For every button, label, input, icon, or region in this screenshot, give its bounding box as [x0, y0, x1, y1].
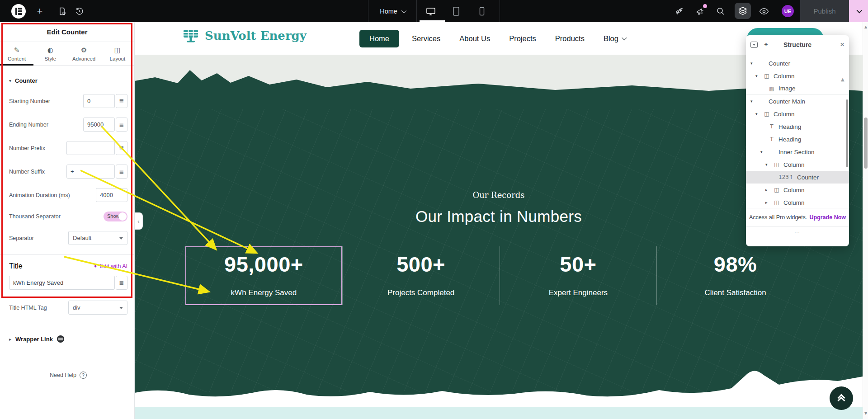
- panel-tab[interactable]: ◫ Layout: [101, 42, 134, 65]
- page-scrollbar[interactable]: ▲ ▼: [863, 22, 868, 419]
- site-logo[interactable]: SunVolt Energy: [182, 28, 307, 43]
- collapse-all-icon[interactable]: [750, 42, 758, 48]
- scrollbar-up-arrow[interactable]: ▲: [863, 25, 868, 29]
- publish-button[interactable]: Publish: [800, 0, 849, 22]
- nav-item[interactable]: Home: [359, 30, 399, 47]
- scrollbar-down-arrow[interactable]: ▼: [863, 411, 868, 415]
- scroll-to-top-button[interactable]: [830, 386, 853, 410]
- tab-icon: ◫: [114, 46, 121, 54]
- tree-item[interactable]: ▾ Counter Main: [746, 95, 849, 108]
- page-settings-icon[interactable]: [56, 0, 69, 22]
- dynamic-tags-button[interactable]: ≣: [116, 118, 127, 132]
- section-wrapper-link[interactable]: ▸ Wrapper Link: [9, 335, 127, 343]
- separator-select[interactable]: Default: [68, 231, 127, 245]
- tree-item-label: Counter: [797, 174, 819, 181]
- tree-item[interactable]: ▸ ◫ Column: [746, 184, 849, 196]
- add-element-icon[interactable]: +: [33, 0, 46, 22]
- nav-item[interactable]: About Us: [453, 30, 496, 47]
- finder-search-icon[interactable]: [714, 0, 727, 22]
- publish-options-button[interactable]: [849, 0, 868, 22]
- whats-new-megaphone-icon[interactable]: [693, 0, 707, 22]
- tree-item[interactable]: ▸ ◫ Column: [746, 196, 849, 208]
- field-animation-duration: Animation Duration (ms): [9, 188, 127, 202]
- tree-scrollbar-thumb[interactable]: [846, 99, 848, 167]
- panel-resize-grip[interactable]: …: [746, 226, 849, 235]
- dynamic-tags-button[interactable]: ≣: [116, 94, 127, 108]
- preview-eye-icon[interactable]: [757, 0, 771, 22]
- section-counter-header[interactable]: ▾ Counter: [9, 77, 127, 84]
- tree-caret[interactable]: ▸: [765, 200, 770, 205]
- ending-number-input[interactable]: [83, 118, 115, 132]
- number-prefix-input[interactable]: [66, 141, 115, 155]
- document-switcher[interactable]: Home: [372, 0, 413, 22]
- nav-item[interactable]: Products: [549, 30, 591, 47]
- tree-item[interactable]: ▾ Inner Section: [746, 146, 849, 158]
- counter-value: 95,000+: [185, 252, 342, 277]
- ai-sparkle-icon: ✦: [93, 263, 98, 269]
- tree-caret[interactable]: ▾: [750, 61, 755, 66]
- edit-with-ai-link[interactable]: ✦ Edit with AI: [93, 263, 127, 269]
- active-device-indicator: [420, 20, 445, 22]
- tree-item[interactable]: 123↑ Counter: [746, 171, 849, 184]
- column-icon: ◫: [764, 111, 770, 117]
- tree-item-label: Column: [774, 111, 795, 118]
- panel-tab[interactable]: ✎ Content: [0, 42, 33, 65]
- counter-widget[interactable]: 95,000+ kWh Energy Saved: [185, 246, 343, 305]
- structure-layers-icon[interactable]: [735, 3, 751, 19]
- title-html-tag-select[interactable]: div: [68, 301, 127, 315]
- tree-item[interactable]: ▾ ◫ Column: [746, 108, 849, 120]
- upgrade-now-link[interactable]: Upgrade Now: [809, 214, 846, 221]
- thousand-separator-toggle[interactable]: Show: [104, 212, 127, 221]
- topbar-divider: [500, 0, 500, 22]
- nav-item[interactable]: Services: [406, 30, 447, 47]
- tree-item[interactable]: ▾ Counter: [746, 57, 849, 70]
- scrollbar-thumb[interactable]: [864, 118, 868, 169]
- notification-dot: [703, 4, 707, 8]
- user-avatar[interactable]: UE: [782, 5, 794, 17]
- nav-item[interactable]: Blog: [597, 30, 632, 47]
- dynamic-tags-button[interactable]: ≣: [116, 276, 127, 290]
- mobile-device-icon[interactable]: [473, 0, 491, 22]
- need-help-link[interactable]: Need Help ?: [9, 372, 127, 379]
- counter-widget[interactable]: 500+ Projects Completed: [343, 246, 500, 305]
- tree-caret[interactable]: ▾: [760, 150, 765, 154]
- elementor-edit-panel: Edit Counter ✎ Content ◐ Style ⚙ Advance…: [0, 22, 135, 419]
- tree-caret[interactable]: ▾: [765, 162, 770, 167]
- dynamic-tags-button[interactable]: ≣: [116, 141, 127, 155]
- tree-item[interactable]: T Heading: [746, 133, 849, 146]
- counter-widget[interactable]: 50+ Expert Engineers: [500, 246, 657, 305]
- nav-item[interactable]: Projects: [503, 30, 542, 47]
- ai-sparkle-icon[interactable]: ✦: [764, 41, 769, 48]
- counter-widget[interactable]: 98% Client Satisfaction: [657, 246, 814, 305]
- panel-tab[interactable]: ⚙ Advanced: [67, 42, 101, 65]
- dynamic-tags-button[interactable]: ≣: [116, 165, 127, 179]
- launchpad-rocket-icon[interactable]: [672, 0, 686, 22]
- title-input[interactable]: [9, 276, 115, 290]
- tree-item[interactable]: ▾ ◫ Column: [746, 70, 849, 82]
- history-icon[interactable]: [73, 0, 86, 22]
- column-icon: ◫: [774, 199, 780, 206]
- tree-scroll-up-icon[interactable]: ▲: [841, 77, 844, 82]
- topbar-divider: [368, 0, 368, 22]
- animation-duration-input[interactable]: [96, 188, 127, 202]
- panel-tab[interactable]: ◐ Style: [33, 42, 67, 65]
- database-icon: ≣: [119, 280, 124, 286]
- close-icon[interactable]: ×: [840, 40, 844, 49]
- starting-number-input[interactable]: [83, 94, 115, 108]
- pro-feature-icon: [57, 335, 64, 343]
- tree-item[interactable]: ▨ Image: [746, 82, 849, 95]
- tree-caret[interactable]: ▸: [765, 188, 770, 192]
- desktop-device-icon[interactable]: [422, 0, 440, 22]
- database-icon: ≣: [119, 98, 124, 104]
- tree-item[interactable]: T Heading: [746, 120, 849, 133]
- tree-item[interactable]: ▾ ◫ Column: [746, 158, 849, 171]
- tablet-device-icon[interactable]: [447, 0, 465, 22]
- panel-collapse-handle[interactable]: ‹: [135, 212, 143, 230]
- elementor-logo[interactable]: [11, 0, 26, 22]
- tree-caret[interactable]: ▾: [750, 99, 755, 104]
- field-title: ≣: [9, 276, 127, 290]
- tree-item-label: Column: [774, 73, 795, 80]
- tree-caret[interactable]: ▾: [755, 74, 760, 78]
- tree-caret[interactable]: ▾: [755, 112, 760, 116]
- number-suffix-input[interactable]: [66, 165, 115, 179]
